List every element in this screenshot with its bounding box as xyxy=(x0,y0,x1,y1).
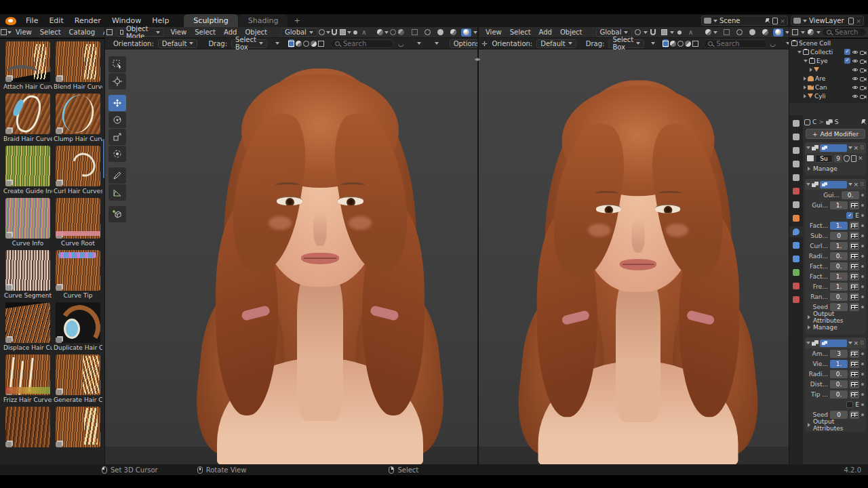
asset-menu-catalog[interactable]: Catalog xyxy=(65,28,99,37)
snap-magnet-icon[interactable] xyxy=(648,28,658,37)
input-attribute-toggle-icon[interactable] xyxy=(850,360,859,368)
xray-toggle-icon[interactable] xyxy=(411,28,418,37)
asset-item-displace-hair-cur[interactable]: Displace Hair Cur... xyxy=(3,302,52,351)
outliner-row-eye[interactable]: Eye✓ xyxy=(789,56,868,65)
outliner-row-cyli[interactable]: Cyli xyxy=(789,92,868,100)
chevron-down-icon[interactable] xyxy=(651,42,655,45)
modifier-header[interactable]: × ⠿ xyxy=(805,179,866,190)
asset-item-item[interactable] xyxy=(54,407,102,449)
chevron-down-icon[interactable] xyxy=(848,146,852,149)
falloff-curve-icon[interactable]: ∧ xyxy=(686,28,696,37)
param-value-field[interactable]: 0. xyxy=(830,262,848,270)
constraints-tab-icon[interactable] xyxy=(789,253,803,264)
area-border[interactable] xyxy=(104,27,105,464)
modifier-header[interactable]: × ⠿ xyxy=(805,142,866,153)
snap-magnet-icon[interactable] xyxy=(331,28,338,37)
vp1-menu-view[interactable]: View xyxy=(166,28,191,37)
checkbox-icon[interactable]: ✓ xyxy=(844,49,850,55)
falloff-curve-icon[interactable]: ∧ xyxy=(361,28,368,37)
drag-selector[interactable]: Select Box xyxy=(231,39,267,48)
animate-dot-icon[interactable] xyxy=(861,285,864,288)
close-icon[interactable]: × xyxy=(854,340,859,346)
asset-item-curve-tip[interactable]: Curve Tip xyxy=(54,250,102,299)
new-copy-icon[interactable] xyxy=(851,155,856,162)
checkbox-icon[interactable] xyxy=(846,401,853,408)
shading-material-icon[interactable] xyxy=(760,28,770,37)
view-layer-tab-icon[interactable] xyxy=(789,159,803,169)
animate-dot-icon[interactable] xyxy=(861,403,864,406)
camera-toggle-icon[interactable] xyxy=(860,67,867,73)
falloff-dropdown-icon[interactable]: ◡ xyxy=(770,39,776,47)
falloff-dropdown-icon[interactable]: ◡ xyxy=(398,39,404,47)
checkbox-icon[interactable]: ✓ xyxy=(844,58,850,64)
param-value-field[interactable]: 1. xyxy=(830,360,848,368)
pivot-point-icon[interactable] xyxy=(318,28,326,37)
move-tool-icon[interactable]: ✛ xyxy=(481,39,487,47)
eye-icon[interactable] xyxy=(852,76,859,81)
render-tab-icon[interactable] xyxy=(789,131,803,142)
blender-logo-icon[interactable] xyxy=(5,17,16,25)
expand-icon[interactable] xyxy=(804,85,806,89)
select-mode-subtract-icon[interactable] xyxy=(677,39,684,47)
input-attribute-toggle-icon[interactable] xyxy=(850,370,859,378)
animate-dot-icon[interactable] xyxy=(861,352,864,355)
add-workspace-button[interactable]: + xyxy=(288,15,305,26)
drag-handle-icon[interactable]: ⠿ xyxy=(860,182,865,188)
new-scene-icon[interactable] xyxy=(772,18,778,24)
input-attribute-toggle-icon[interactable] xyxy=(850,303,859,311)
material-tab-icon[interactable] xyxy=(789,294,803,305)
search-input[interactable] xyxy=(715,39,762,48)
outliner-filter-icon[interactable] xyxy=(806,28,816,37)
transform-tool[interactable] xyxy=(108,146,126,162)
shading-material-icon[interactable] xyxy=(448,28,458,37)
scene-lights-icon[interactable] xyxy=(703,28,713,37)
param-value-field[interactable]: 0. xyxy=(830,252,848,260)
snap-target-icon[interactable] xyxy=(339,28,347,37)
section-output-attributes[interactable]: Output Attributes xyxy=(805,312,866,322)
expand-icon[interactable] xyxy=(804,94,806,98)
editor-type-icon[interactable] xyxy=(1,28,7,37)
xray-toggle-icon[interactable] xyxy=(722,28,732,37)
pin-icon[interactable] xyxy=(861,119,867,125)
expand-icon[interactable] xyxy=(804,60,808,62)
workspace-tab-sculpting[interactable]: Sculpting xyxy=(184,14,237,27)
animate-dot-icon[interactable] xyxy=(861,255,864,258)
world-tab-icon[interactable] xyxy=(789,186,803,197)
eye-icon[interactable] xyxy=(852,49,859,55)
menu-edit[interactable]: Edit xyxy=(43,15,68,26)
outliner-search[interactable] xyxy=(822,28,867,37)
asset-item-generate-hair-cu[interactable]: Generate Hair Cu... xyxy=(54,354,102,403)
asset-menu-select[interactable]: Select xyxy=(36,28,65,37)
animate-dot-icon[interactable] xyxy=(861,214,864,217)
input-attribute-toggle-icon[interactable] xyxy=(850,242,859,250)
breadcrumb-object[interactable]: C xyxy=(812,119,816,125)
area-resize-handle[interactable]: ◂▸ xyxy=(471,56,484,62)
object-data-tab-icon[interactable] xyxy=(789,281,803,291)
search-input[interactable] xyxy=(342,39,389,48)
vp2-menu-object[interactable]: Object xyxy=(556,28,587,37)
asset-menu-view[interactable]: View xyxy=(12,28,36,37)
add-modifier-button[interactable]: + Add Modifier xyxy=(806,129,865,139)
input-attribute-toggle-icon[interactable] xyxy=(850,390,859,399)
outliner-row-collecti[interactable]: Collecti✓ xyxy=(789,47,868,56)
asset-item-blend-hair-curves[interactable]: Blend Hair Curves xyxy=(54,41,102,90)
overlays-icon[interactable] xyxy=(398,28,406,37)
outliner-row-scene-coll[interactable]: Scene Coll xyxy=(789,39,868,47)
viewport1[interactable] xyxy=(105,49,477,464)
particles-tab-icon[interactable] xyxy=(789,267,803,278)
asset-item-attach-hair-curve[interactable]: Attach Hair Curve... xyxy=(3,41,52,90)
modifier-name-field[interactable] xyxy=(820,181,847,188)
asset-item-curve-info[interactable]: Curve Info xyxy=(3,198,52,247)
select-mode-invert-icon[interactable] xyxy=(311,39,317,47)
object-tab-icon[interactable] xyxy=(789,213,803,224)
scene-tab-icon[interactable] xyxy=(789,172,803,183)
select-mode-intersect-icon[interactable] xyxy=(318,39,324,47)
area-divider[interactable] xyxy=(477,27,479,464)
drag-handle-icon[interactable]: ⠿ xyxy=(860,145,865,151)
checkbox-icon[interactable]: ✓ xyxy=(846,212,853,219)
user-count[interactable]: 9 xyxy=(834,155,842,163)
eye-icon[interactable] xyxy=(852,67,859,73)
move-tool[interactable] xyxy=(108,95,126,111)
scene-selector[interactable]: Scene × xyxy=(701,16,788,26)
asset-item-clump-hair-curves[interactable]: Clump Hair Curves xyxy=(54,94,102,142)
